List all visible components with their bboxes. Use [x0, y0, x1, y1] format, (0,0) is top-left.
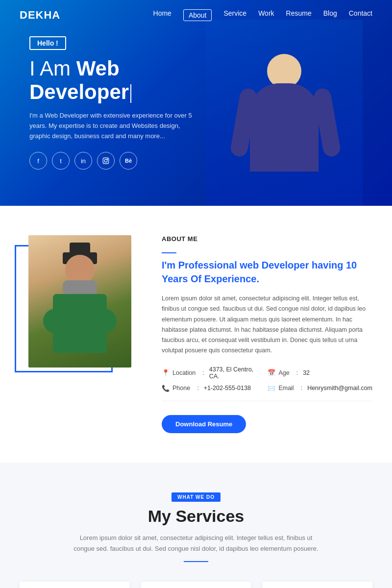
social-icons: f t in Bē	[29, 152, 206, 170]
nav-service[interactable]: Service	[223, 9, 246, 21]
services-title: My Services	[20, 507, 372, 526]
services-grid: Web Development Lorem ipsum dolor sit am…	[20, 582, 372, 588]
hat-top	[70, 243, 90, 255]
services-section: WHAT WE DO My Services Lorem ipsum dolor…	[0, 463, 392, 588]
services-badge: WHAT WE DO	[172, 492, 220, 502]
about-image-wrapper	[20, 235, 137, 368]
svg-point-2	[107, 159, 108, 160]
service-card-web: Web Development Lorem ipsum dolor sit am…	[20, 582, 129, 588]
about-label-text: About Me	[162, 235, 197, 243]
location-icon: 📍	[162, 369, 170, 376]
hero-title: I Am Web Developer	[29, 57, 206, 104]
info-phone: 📞 Phone : +1-202-555-0138	[162, 385, 258, 392]
person-silhouette	[225, 39, 343, 206]
info-location: 📍 Location : 4373, El Centro, CA.	[162, 366, 258, 380]
nav-contact[interactable]: Contact	[349, 9, 372, 21]
location-colon: :	[202, 369, 204, 376]
service-card-branding: Branding & Identity Lorem ipsum dolor si…	[263, 582, 372, 588]
services-description: Lorem ipsum dolor sit amet, consectetur …	[69, 533, 323, 554]
about-scarf	[63, 280, 97, 295]
phone-value: +1-202-555-0138	[204, 385, 251, 392]
cursor-blink	[130, 84, 131, 103]
social-behance[interactable]: Bē	[120, 152, 137, 170]
hero-person-image	[206, 20, 363, 206]
phone-colon: :	[197, 385, 198, 392]
nav-work[interactable]: Work	[258, 9, 274, 21]
svg-point-1	[104, 160, 107, 163]
hero-content: Hello ! I Am Web Developer I'm a Web Dev…	[0, 36, 206, 170]
location-label: Location	[172, 369, 196, 376]
navbar: DEKHA Home About Service Work Resume Blo…	[0, 0, 392, 30]
age-icon: 📅	[268, 369, 275, 376]
age-colon: :	[296, 369, 298, 376]
about-title: I'm Professional web Developer having 10…	[162, 258, 372, 286]
brand-logo: DEKHA	[20, 9, 60, 22]
about-description: Lorem ipsum dolor sit amet, consectetur …	[162, 294, 372, 356]
nav-blog[interactable]: Blog	[323, 9, 337, 21]
person-body	[250, 83, 318, 172]
hero-section: Hello ! I Am Web Developer I'm a Web Dev…	[0, 0, 392, 206]
email-icon: ✉️	[268, 385, 275, 392]
email-label: Email	[278, 385, 294, 392]
service-card-marketing: Digital Merketing Lorem ipsum dolor sit …	[141, 582, 251, 588]
about-person-photo	[28, 235, 131, 368]
about-section: About Me I'm Professional web Developer …	[0, 206, 392, 463]
nav-home[interactable]: Home	[153, 9, 172, 21]
about-arms	[43, 309, 117, 333]
download-resume-button[interactable]: Download Resume	[162, 415, 246, 433]
svg-rect-0	[103, 158, 109, 164]
hello-badge: Hello !	[29, 36, 66, 50]
phone-icon: 📞	[162, 385, 170, 392]
nav-resume[interactable]: Resume	[286, 9, 312, 21]
social-facebook[interactable]: f	[29, 152, 47, 170]
phone-label: Phone	[172, 385, 190, 392]
location-value: 4373, El Centro, CA.	[209, 366, 258, 380]
age-value: 32	[303, 369, 310, 376]
about-person-figure	[36, 250, 124, 368]
about-label-underline	[162, 252, 176, 253]
hero-title-prefix: I Am	[29, 57, 76, 80]
nav-about[interactable]: About	[183, 9, 212, 21]
nav-links: Home About Service Work Resume Blog Cont…	[153, 9, 372, 21]
social-twitter[interactable]: t	[52, 152, 70, 170]
email-colon: :	[301, 385, 302, 392]
services-divider	[184, 561, 208, 563]
age-label: Age	[278, 369, 289, 376]
social-linkedin[interactable]: in	[74, 152, 92, 170]
social-instagram[interactable]	[97, 152, 115, 170]
about-content: About Me I'm Professional web Developer …	[162, 235, 372, 433]
services-header: WHAT WE DO My Services Lorem ipsum dolor…	[20, 492, 372, 563]
hero-description: I'm a Web Developer with extensive exper…	[29, 111, 196, 141]
about-section-label: About Me	[162, 235, 372, 243]
info-email: ✉️ Email : Henrysmith@gmail.com	[268, 385, 372, 392]
about-head	[65, 255, 95, 284]
email-value: Henrysmith@gmail.com	[307, 385, 372, 392]
info-age: 📅 Age : 32	[268, 366, 372, 380]
about-info-grid: 📍 Location : 4373, El Centro, CA. 📅 Age …	[162, 366, 372, 401]
